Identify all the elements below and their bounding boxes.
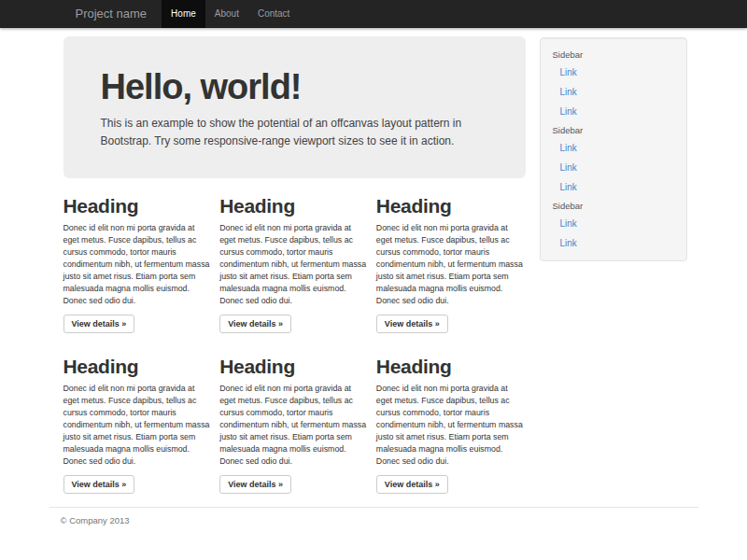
view-details-button[interactable]: View details »	[63, 315, 135, 333]
view-details-button[interactable]: View details »	[376, 315, 448, 333]
card-body-text: Donec id elit non mi porta gravida at eg…	[376, 383, 526, 468]
sidebar-item: Link	[541, 177, 686, 197]
card-body-text: Donec id elit non mi porta gravida at eg…	[376, 222, 526, 307]
nav-link-about[interactable]: About	[205, 0, 248, 28]
card-heading: Heading	[219, 356, 369, 377]
sidebar-item: Link	[541, 82, 686, 102]
main-row: Hello, world! This is an example to show…	[49, 36, 698, 494]
sidebar: Sidebar Link Link Link Sidebar Link Link…	[540, 37, 687, 261]
content-card: Heading Donec id elit non mi porta gravi…	[376, 178, 526, 333]
sidebar-item: Link	[541, 63, 686, 82]
content-card: Heading Donec id elit non mi porta gravi…	[376, 339, 526, 494]
sidebar-item: Link	[541, 158, 686, 177]
card-body-text: Donec id elit non mi porta gravida at eg…	[63, 383, 213, 468]
card-heading: Heading	[63, 195, 213, 217]
brand-link[interactable]: Project name	[76, 0, 162, 28]
sidebar-link[interactable]: Link	[541, 63, 686, 82]
sidebar-link[interactable]: Link	[541, 82, 686, 102]
nav-link-home[interactable]: Home	[162, 0, 205, 28]
sidebar-item: Link	[541, 233, 686, 253]
card-body-text: Donec id elit non mi porta gravida at eg…	[63, 222, 213, 307]
view-details-button[interactable]: View details »	[63, 475, 135, 494]
card-heading: Heading	[376, 195, 526, 217]
sidebar-link[interactable]: Link	[541, 177, 686, 197]
content-card: Heading Donec id elit non mi porta gravi…	[219, 339, 369, 494]
page-container: Hello, world! This is an example to show…	[49, 36, 698, 525]
sidebar-link[interactable]: Link	[541, 214, 686, 233]
navbar: Project name Home About Contact	[0, 0, 747, 28]
card-body-text: Donec id elit non mi porta gravida at eg…	[219, 222, 369, 307]
jumbotron: Hello, world! This is an example to show…	[63, 36, 526, 178]
cards-row-1: Heading Donec id elit non mi porta gravi…	[63, 178, 526, 333]
content-card: Heading Donec id elit non mi porta gravi…	[63, 178, 213, 333]
sidebar-group-header: Sidebar	[541, 46, 686, 63]
nav-item-home[interactable]: Home	[162, 0, 205, 28]
navbar-inner: Project name Home About Contact	[49, 0, 698, 28]
nav-link-contact[interactable]: Contact	[248, 0, 299, 28]
sidebar-item: Link	[541, 214, 686, 233]
footer: © Company 2013	[49, 515, 698, 525]
view-details-button[interactable]: View details »	[376, 475, 448, 494]
jumbotron-text: This is an example to show the potential…	[101, 115, 488, 150]
sidebar-group-header: Sidebar	[541, 197, 686, 214]
sidebar-item: Link	[541, 102, 686, 121]
cards-row-2: Heading Donec id elit non mi porta gravi…	[63, 339, 526, 494]
footer-divider	[49, 507, 698, 508]
main-column: Hello, world! This is an example to show…	[49, 36, 534, 494]
sidebar-link[interactable]: Link	[541, 138, 686, 158]
copyright-text: © Company 2013	[49, 515, 698, 525]
sidebar-link[interactable]: Link	[541, 102, 686, 121]
view-details-button[interactable]: View details »	[219, 475, 291, 494]
card-heading: Heading	[219, 195, 369, 217]
nav-item-contact[interactable]: Contact	[248, 0, 299, 28]
content-card: Heading Donec id elit non mi porta gravi…	[219, 178, 369, 333]
card-heading: Heading	[63, 356, 213, 377]
sidebar-link[interactable]: Link	[541, 233, 686, 253]
nav-item-about[interactable]: About	[205, 0, 248, 28]
sidebar-link[interactable]: Link	[541, 158, 686, 177]
sidebar-item: Link	[541, 138, 686, 158]
sidebar-column: Sidebar Link Link Link Sidebar Link Link…	[534, 36, 698, 494]
card-heading: Heading	[376, 356, 526, 377]
sidebar-nav: Sidebar Link Link Link Sidebar Link Link…	[541, 46, 686, 253]
page-title: Hello, world!	[101, 68, 488, 106]
content-card: Heading Donec id elit non mi porta gravi…	[63, 339, 213, 494]
card-body-text: Donec id elit non mi porta gravida at eg…	[219, 383, 369, 468]
nav-menu: Home About Contact	[162, 0, 299, 28]
view-details-button[interactable]: View details »	[219, 315, 291, 333]
sidebar-group-header: Sidebar	[541, 121, 686, 138]
